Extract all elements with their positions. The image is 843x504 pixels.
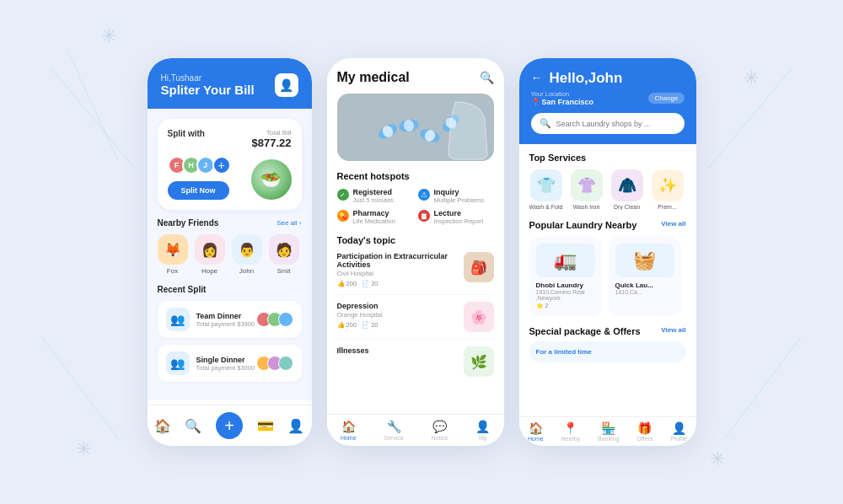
dhobi-rating: ⭐ 2 bbox=[536, 303, 595, 309]
food-image: 🥗 bbox=[251, 159, 292, 200]
avatar-icon: 👤 bbox=[279, 78, 293, 92]
nav2-home[interactable]: 🏠 Home bbox=[341, 420, 357, 441]
split-item-single-dinner[interactable]: 👥 Single Dinner Total payment $3000 bbox=[158, 345, 302, 382]
nav-search[interactable]: 🔍 bbox=[185, 418, 201, 434]
recent-split-title: Recent Split bbox=[158, 285, 207, 294]
hotspot-registered[interactable]: ✓ Registered Just 5 minutes bbox=[337, 188, 413, 204]
dot-lecture: 📋 bbox=[418, 210, 430, 222]
split-item-left-1: 👥 Team Dinner Total payment $3900 bbox=[166, 308, 255, 331]
nav2-my-label: My bbox=[479, 435, 486, 441]
pin-icon: 📍 bbox=[531, 98, 540, 106]
dot-pharmacy: 💊 bbox=[337, 210, 349, 222]
see-all-link[interactable]: See all › bbox=[277, 219, 301, 227]
hotspot-lecture[interactable]: 📋 Lecture Inspection Report bbox=[418, 209, 494, 225]
split-icon-2: 👥 bbox=[166, 351, 190, 375]
premium-label: Prem... bbox=[658, 204, 677, 210]
split-info-1: Team Dinner Total payment $3900 bbox=[196, 312, 255, 328]
friend-name-hope: Hope bbox=[201, 267, 217, 275]
split-name-2: Single Dinner bbox=[196, 356, 255, 364]
dot-registered: ✓ bbox=[337, 189, 349, 201]
nav3-offers[interactable]: 🎁 Offers bbox=[636, 421, 652, 442]
nav-add[interactable]: + bbox=[216, 412, 243, 439]
phone1-body: Split with Total Bill $877.22 F H J + bbox=[148, 109, 312, 400]
medical-search-icon[interactable]: 🔍 bbox=[480, 71, 494, 84]
special-title: Special package & Offers bbox=[529, 326, 641, 336]
nav3-home[interactable]: 🏠 Home bbox=[528, 421, 544, 442]
nav3-profile[interactable]: 👤 Profile bbox=[670, 421, 687, 442]
service-wash-fold[interactable]: 👕 Wash & Fold bbox=[529, 169, 563, 210]
friend-smit: 🧑 Smit bbox=[269, 234, 299, 275]
dhobi-addr: 1810,Camino Real ,Newyork bbox=[536, 289, 595, 301]
dry-clean-label: Dry Clean bbox=[614, 204, 640, 210]
medical-image bbox=[337, 94, 494, 161]
hotspot-pharmacy[interactable]: 💊 Pharmacy Life Medication bbox=[337, 209, 413, 225]
medical-title: My medical bbox=[337, 70, 410, 85]
view-all-special[interactable]: View all bbox=[661, 326, 685, 336]
nav-home[interactable]: 🏠 bbox=[154, 418, 171, 434]
topic-extracurricular[interactable]: Participation in Extracurricular Activit… bbox=[337, 252, 494, 295]
nav2-service[interactable]: 🔧 Service bbox=[384, 420, 403, 441]
view-all-popular[interactable]: View all bbox=[661, 220, 685, 230]
dot-inquiry: ⚠ bbox=[418, 189, 430, 201]
phone3-body: Top Services 👕 Wash & Fold 👚 Wash Iron 🧥… bbox=[519, 144, 696, 422]
wash-iron-label: Wash Iron bbox=[573, 204, 600, 210]
friend-fox: 🦊 Fox bbox=[158, 234, 188, 275]
topic-left-2: Depression Orange Hospital 👍 200 📄 20 bbox=[337, 302, 459, 329]
nearby-friends-section: Nearby Friends See all › 🦊 Fox 👩 Hope bbox=[158, 218, 302, 275]
popular-title: Popular Laundry Nearby bbox=[529, 220, 637, 230]
hotspot-info-registered: Registered Just 5 minutes bbox=[353, 188, 394, 204]
search-input[interactable] bbox=[556, 120, 676, 128]
todays-topic-title: Today's topic bbox=[337, 235, 494, 245]
dhobi-name: Dhobi Laundry bbox=[536, 281, 595, 289]
nav3-profile-label: Profile bbox=[670, 436, 687, 442]
friend-avatar-fox: 🦊 bbox=[158, 234, 188, 265]
nav3-offers-label: Offers bbox=[636, 436, 652, 442]
split-label: Split with bbox=[168, 129, 205, 138]
nearby-friends-header: Nearby Friends See all › bbox=[158, 218, 302, 228]
hotspot-inquiry[interactable]: ⚠ Inquiry Multiple Problems bbox=[418, 188, 494, 204]
add-person-btn[interactable]: + bbox=[212, 156, 231, 174]
recent-hotspots-title: Recent hotspots bbox=[337, 171, 494, 181]
topic-left-1: Participation in Extracurricular Activit… bbox=[337, 252, 459, 287]
nav2-my[interactable]: 👤 My bbox=[475, 420, 490, 441]
topic-illnesses[interactable]: Illnesses 🌿 bbox=[337, 346, 494, 383]
special-section-header: Special package & Offers View all bbox=[529, 326, 686, 336]
services-row: 👕 Wash & Fold 👚 Wash Iron 🧥 Dry Clean ✨ … bbox=[529, 169, 686, 210]
topic-thumb-3: 🌿 bbox=[464, 346, 494, 377]
service-premium[interactable]: ✨ Prem... bbox=[651, 169, 685, 210]
split-avatars-row: F H J + bbox=[168, 156, 231, 174]
total-bill-amount: $877.22 bbox=[252, 137, 292, 149]
split-icon-1: 👥 bbox=[166, 308, 190, 331]
nav3-booking[interactable]: 🏪 Booking bbox=[598, 421, 619, 442]
nav-profile[interactable]: 👤 bbox=[287, 418, 304, 434]
service-wash-iron[interactable]: 👚 Wash Iron bbox=[570, 169, 604, 210]
split-now-button[interactable]: Split Now bbox=[168, 181, 229, 200]
hotspot-info-lecture: Lecture Inspection Report bbox=[434, 209, 484, 225]
nav3-nearby[interactable]: 📍 Nearby bbox=[561, 421, 581, 442]
hotspot-info-inquiry: Inquiry Multiple Problems bbox=[434, 188, 485, 204]
quick-laundry-card[interactable]: 🧺 Quick Lau... 1810,Ca... bbox=[609, 237, 681, 316]
change-location-button[interactable]: Change bbox=[648, 93, 684, 104]
topic-depression[interactable]: Depression Orange Hospital 👍 200 📄 20 🌸 bbox=[337, 302, 494, 340]
split-item-avatars-1 bbox=[256, 312, 293, 327]
offer-text: For a limited time bbox=[536, 348, 592, 356]
nav-card[interactable]: 💳 bbox=[257, 418, 274, 434]
offer-card[interactable]: For a limited time bbox=[529, 341, 686, 362]
nav3-offers-icon: 🎁 bbox=[637, 421, 652, 435]
phone-laundry: ← Hello,John Your Location 📍 San Francis… bbox=[519, 58, 696, 446]
location-value: San Francisco bbox=[542, 98, 594, 106]
hello-text: Hello,John bbox=[550, 70, 623, 87]
popular-section-header: Popular Laundry Nearby View all bbox=[529, 220, 686, 230]
split-item-left-2: 👥 Single Dinner Total payment $3000 bbox=[166, 351, 255, 375]
split-item-avatars-2 bbox=[256, 356, 293, 371]
topic-thumb-1: 🎒 bbox=[464, 252, 494, 282]
nav2-notice[interactable]: 💬 Notice bbox=[431, 420, 448, 441]
split-item-team-dinner[interactable]: 👥 Team Dinner Total payment $3900 bbox=[158, 301, 302, 338]
back-button[interactable]: ← bbox=[531, 71, 543, 84]
service-dry-clean[interactable]: 🧥 Dry Clean bbox=[610, 169, 644, 210]
topic-left-3: Illnesses bbox=[337, 346, 459, 356]
split-sub-1: Total payment $3900 bbox=[196, 320, 255, 328]
friend-avatar-smit: 🧑 bbox=[269, 234, 299, 265]
dhobi-laundry-card[interactable]: 🚛 Dhobi Laundry 1810,Camino Real ,Newyor… bbox=[529, 237, 602, 316]
friend-avatar-hope: 👩 bbox=[195, 234, 225, 265]
